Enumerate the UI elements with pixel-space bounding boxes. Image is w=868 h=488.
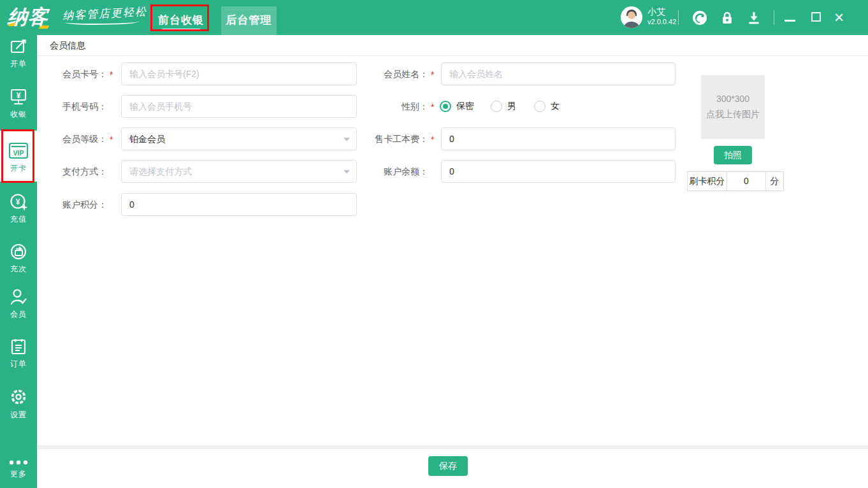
tagline-underline bbox=[65, 19, 139, 25]
close-button[interactable]: × bbox=[834, 8, 844, 27]
compose-icon bbox=[9, 37, 28, 56]
lock-icon[interactable] bbox=[720, 10, 735, 28]
balance-label: 账户余额： bbox=[352, 160, 428, 183]
sidebar-item-label: 会员 bbox=[0, 309, 37, 320]
required-asterisk: * bbox=[110, 129, 116, 150]
tab-front-cashier[interactable]: 前台收银 bbox=[153, 6, 209, 35]
member-level-label: 会员等级： bbox=[31, 127, 107, 150]
card-fee-label: 售卡工本费： bbox=[352, 127, 428, 150]
header-divider bbox=[678, 10, 679, 25]
radio-female-label: 女 bbox=[551, 101, 560, 112]
vip-badge-text: VIP bbox=[13, 149, 24, 157]
required-asterisk: * bbox=[431, 129, 437, 150]
svg-text:¥: ¥ bbox=[16, 197, 20, 206]
required-asterisk: * bbox=[431, 64, 437, 85]
sidebar-item-label: 设置 bbox=[0, 410, 37, 420]
avatar[interactable] bbox=[621, 6, 642, 28]
balance-input[interactable] bbox=[441, 160, 676, 183]
required-asterisk: * bbox=[110, 64, 116, 85]
photo-upload-area[interactable]: 300*300 点我上传图片 bbox=[701, 75, 765, 139]
swipe-points-value[interactable]: 0 bbox=[727, 171, 766, 191]
content-topbar: 会员信息 bbox=[37, 35, 868, 56]
gender-label: 性别： bbox=[352, 95, 428, 118]
recharge-times-icon bbox=[9, 242, 28, 261]
tab-backend-label: 后台管理 bbox=[226, 14, 272, 26]
tab-backend-management[interactable]: 后台管理 bbox=[221, 6, 277, 35]
sidebar-item-label: 更多 bbox=[0, 469, 37, 480]
download-icon[interactable] bbox=[746, 10, 762, 28]
take-photo-button[interactable]: 拍照 bbox=[714, 146, 752, 164]
active-tab-underline bbox=[162, 29, 200, 31]
payment-method-label: 支付方式： bbox=[31, 160, 107, 183]
sidebar-item-label: 订单 bbox=[0, 359, 37, 370]
save-button[interactable]: 保存 bbox=[428, 456, 468, 476]
order-icon bbox=[9, 337, 28, 356]
member-name-input[interactable] bbox=[441, 62, 676, 85]
points-input[interactable] bbox=[121, 193, 357, 216]
tab-front-cashier-label: 前台收银 bbox=[158, 14, 204, 26]
recharge-icon: ¥ bbox=[9, 192, 28, 212]
avatar-body bbox=[623, 22, 640, 28]
phone-label: 手机号码： bbox=[31, 95, 107, 118]
member-name-label: 会员姓名： bbox=[352, 62, 428, 85]
points-label: 账户积分： bbox=[31, 193, 107, 216]
sidebar-item-more[interactable]: 更多 bbox=[0, 459, 37, 480]
payment-method-placeholder: 请选择支付方式 bbox=[129, 166, 192, 176]
swipe-points-unit: 分 bbox=[765, 171, 784, 191]
radio-female[interactable] bbox=[534, 101, 546, 112]
sidebar-item-recharge-times[interactable]: 充次 bbox=[0, 242, 37, 275]
sidebar-item-members[interactable]: 会员 bbox=[0, 287, 37, 320]
cashier-icon: ¥ bbox=[9, 87, 28, 106]
sidebar-item-orders[interactable]: 订单 bbox=[0, 337, 37, 370]
radio-secret-label: 保密 bbox=[456, 101, 474, 112]
photo-upload-hint: 点我上传图片 bbox=[706, 109, 760, 120]
user-name: 小艾 bbox=[647, 6, 665, 18]
header-divider bbox=[774, 10, 774, 25]
radio-male[interactable] bbox=[491, 101, 502, 112]
card-fee-input[interactable] bbox=[441, 127, 676, 150]
member-level-select[interactable]: 铂金会员 bbox=[121, 127, 357, 150]
vip-card-icon: VIP bbox=[8, 141, 29, 160]
card-number-input[interactable] bbox=[121, 62, 357, 85]
radio-male-label: 男 bbox=[507, 101, 516, 112]
more-dots-icon bbox=[8, 459, 29, 466]
minimize-button[interactable] bbox=[785, 20, 795, 22]
settings-icon bbox=[8, 387, 29, 407]
sidebar-item-label: 充次 bbox=[0, 264, 37, 275]
phone-input[interactable] bbox=[121, 95, 357, 118]
avatar-face bbox=[628, 11, 635, 19]
photo-size-hint: 300*300 bbox=[716, 94, 749, 104]
app-logo: 纳客 bbox=[7, 4, 50, 31]
required-asterisk: * bbox=[431, 96, 437, 118]
sidebar-item-settings[interactable]: 设置 bbox=[0, 387, 37, 420]
app-version: v2.0.0.42 bbox=[647, 18, 676, 25]
maximize-button[interactable] bbox=[811, 12, 821, 22]
member-level-value: 铂金会员 bbox=[129, 134, 165, 144]
chevron-down-icon bbox=[344, 138, 350, 141]
chevron-down-icon bbox=[344, 170, 350, 174]
card-number-label: 会员卡号： bbox=[31, 62, 107, 85]
footer-divider bbox=[37, 445, 868, 449]
header-bar: 纳客 纳客管店更轻松 前台收银 后台管理 小艾 v2.0.0.42 bbox=[0, 0, 868, 35]
radio-secret[interactable] bbox=[440, 101, 451, 112]
tab-member-info[interactable]: 会员信息 bbox=[50, 35, 85, 55]
gender-radio-group: 保密 男 女 bbox=[440, 95, 560, 118]
member-icon bbox=[9, 287, 28, 306]
customer-service-icon[interactable] bbox=[691, 10, 708, 29]
svg-text:¥: ¥ bbox=[17, 91, 21, 100]
payment-method-select[interactable]: 请选择支付方式 bbox=[121, 160, 357, 183]
swipe-points-label: 刷卡积分 bbox=[687, 171, 727, 191]
